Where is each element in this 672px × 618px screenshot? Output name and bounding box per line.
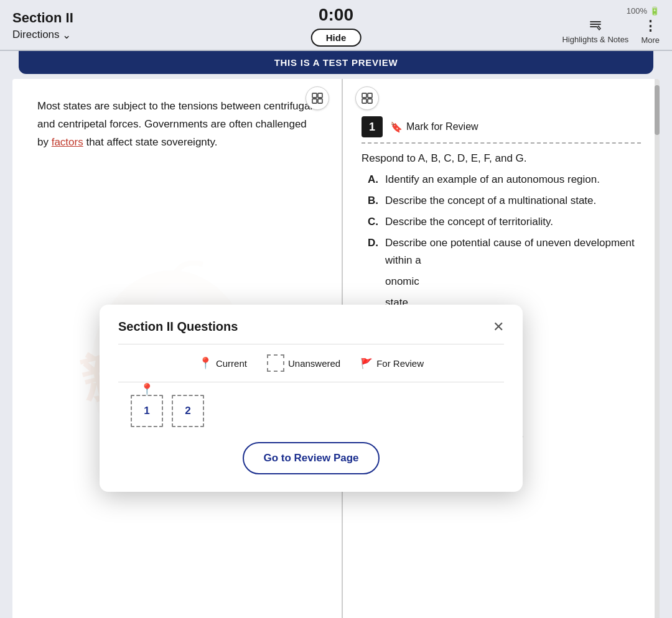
expand-right-button[interactable] <box>355 86 379 110</box>
directions-button[interactable]: Directions ⌄ <box>12 29 73 42</box>
scrollbar-thumb[interactable] <box>655 85 660 135</box>
part-letter-d: D. <box>368 234 380 269</box>
legend-review: 🚩 For Review <box>360 357 424 369</box>
part-letter-a: A. <box>368 171 380 188</box>
svg-rect-7 <box>368 93 372 98</box>
list-item: onomic <box>368 273 641 290</box>
bookmark-icon: 🔖 <box>390 121 403 133</box>
mark-for-review-label: Mark for Review <box>406 121 478 132</box>
modal-header: Section II Questions ✕ <box>118 320 504 334</box>
battery-row: 100% 🔋 <box>627 6 660 16</box>
header-right: 100% 🔋 Highlights & Notes ⋮ More <box>562 6 660 45</box>
respond-text: Respond to A, B, C, D, E, F, and G. <box>362 152 641 165</box>
legend-unanswered-label: Unanswered <box>288 358 340 369</box>
part-text-d-cont: onomic <box>385 273 419 290</box>
list-item: B. Describe the concept of a multination… <box>368 192 641 210</box>
highlights-notes-button[interactable]: Highlights & Notes <box>562 19 628 44</box>
expand-left-button[interactable] <box>306 86 329 110</box>
legend-current-label: Current <box>216 358 247 369</box>
svg-rect-9 <box>368 99 372 103</box>
current-pin-1: 📍 <box>140 382 154 396</box>
part-text-d: Describe one potential cause of uneven d… <box>385 234 641 269</box>
question-header: 1 🔖 Mark for Review <box>362 116 641 144</box>
unanswered-icon <box>267 354 284 372</box>
question-number-badge: 1 <box>362 116 383 137</box>
modal-close-button[interactable]: ✕ <box>493 320 504 334</box>
directions-label: Directions <box>12 29 60 41</box>
highlights-icon <box>589 19 602 34</box>
go-to-review-button[interactable]: Go to Review Page <box>243 442 380 474</box>
battery-icon: 🔋 <box>650 6 660 16</box>
legend-current: 📍 Current <box>198 356 247 370</box>
review-flag-icon: 🚩 <box>360 357 373 369</box>
part-letter-b: B. <box>368 192 380 210</box>
list-item: D. Describe one potential cause of uneve… <box>368 234 641 269</box>
more-button[interactable]: ⋮ More <box>641 18 660 45</box>
question-grid: 📍 1 2 <box>118 395 504 427</box>
current-pin-icon: 📍 <box>198 356 212 370</box>
svg-rect-8 <box>362 99 366 103</box>
highlights-notes-label: Highlights & Notes <box>562 35 628 44</box>
scrollbar-track[interactable] <box>655 79 660 618</box>
svg-rect-0 <box>312 93 317 98</box>
legend-unanswered: Unanswered <box>267 354 340 372</box>
list-item: A. Identify an example of an autonomous … <box>368 171 641 188</box>
svg-rect-2 <box>312 99 317 103</box>
svg-rect-6 <box>362 93 366 98</box>
part-letter-c: C. <box>368 213 380 231</box>
header-actions: Highlights & Notes ⋮ More <box>562 18 660 45</box>
header-left: Section II Directions ⌄ <box>12 10 73 42</box>
question-cell-1[interactable]: 📍 1 <box>131 395 163 427</box>
question-cell-2[interactable]: 2 <box>172 395 204 427</box>
legend-review-label: For Review <box>376 358 424 369</box>
modal-divider-1 <box>118 344 504 344</box>
svg-rect-1 <box>318 93 322 98</box>
more-dots-icon: ⋮ <box>643 18 657 34</box>
passage-text-part2: that affect state sovereignty. <box>83 136 218 148</box>
svg-rect-3 <box>318 99 322 103</box>
timer-display: 0:00 <box>319 5 353 25</box>
part-text-a: Identify an example of an autonomous reg… <box>385 171 600 188</box>
header-center: 0:00 Hide <box>311 5 362 47</box>
questions-modal[interactable]: Section II Questions ✕ 📍 Current Unanswe… <box>100 305 523 492</box>
part-text-b: Describe the concept of a multinational … <box>385 192 596 210</box>
question-cell-inner-1[interactable]: 1 <box>131 395 163 427</box>
header: Section II Directions ⌄ 0:00 Hide 100% 🔋… <box>0 0 672 50</box>
part-text-c: Describe the concept of territoriality. <box>385 213 553 231</box>
test-preview-banner: THIS IS A TEST PREVIEW <box>19 51 653 74</box>
section-title: Section II <box>12 10 73 26</box>
list-item: C. Describe the concept of territorialit… <box>368 213 641 231</box>
battery-percent: 100% <box>627 6 647 16</box>
chevron-down-icon: ⌄ <box>62 29 71 42</box>
modal-title: Section II Questions <box>118 320 238 334</box>
more-label: More <box>641 35 660 45</box>
passage-highlight: factors <box>52 136 83 148</box>
passage-text: Most states are subject to the tensions … <box>37 98 317 152</box>
modal-legend: 📍 Current Unanswered 🚩 For Review <box>118 354 504 372</box>
mark-for-review-button[interactable]: 🔖 Mark for Review <box>390 121 478 133</box>
question-cell-inner-2[interactable]: 2 <box>172 395 204 427</box>
modal-divider-2 <box>118 382 504 382</box>
hide-button[interactable]: Hide <box>311 29 362 47</box>
